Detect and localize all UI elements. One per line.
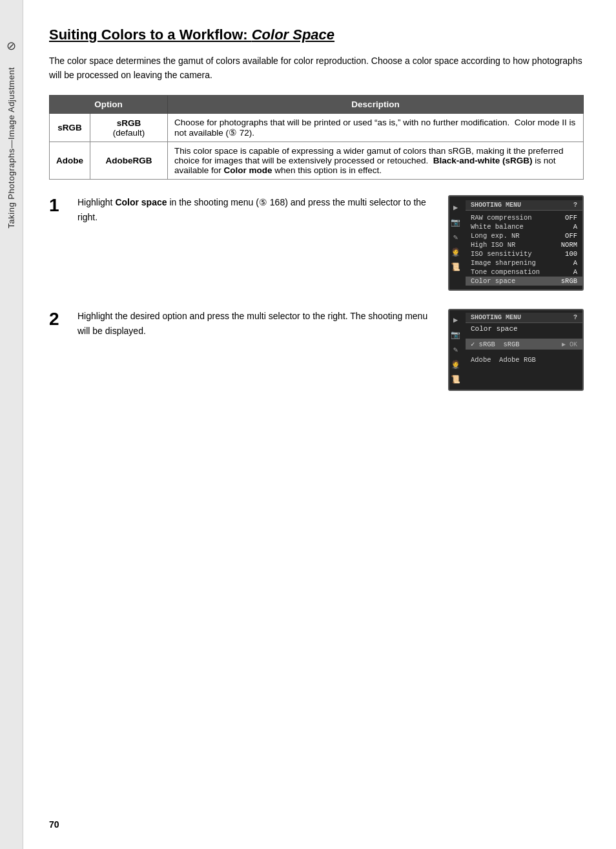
row1-short: sRGB <box>50 114 90 142</box>
screen-row: High ISO NRNORM <box>466 240 582 249</box>
screen-row: White balanceA <box>466 222 582 231</box>
screen-1-header: SHOOTING MENU ? <box>466 200 582 211</box>
screen-2-header: SHOOTING MENU ? <box>466 313 582 323</box>
camera-screen-2: ▶ 📷 ✎ 🤵 📜 SHOOTING MENU ? Color space <box>448 309 584 391</box>
step-1-number: 1 <box>49 196 65 215</box>
screen-row: RAW compressionOFF <box>466 213 582 222</box>
screen-2-row-srgb: ✓ sRGB sRGB ▶ OK <box>466 339 582 350</box>
camera-screen-1: ▶ 📷 ✎ 🤵 📜 SHOOTING MENU ? RAW compressio… <box>448 195 584 291</box>
screen-2-subtitle: Color space <box>466 323 582 335</box>
page-title: Suiting Colors to a Workflow: Color Spac… <box>49 26 584 45</box>
row2-short: Adobe <box>50 142 90 180</box>
row1-option: sRGB (default) <box>90 114 168 142</box>
option-header: Option <box>50 96 168 114</box>
screen-row: Image sharpeningA <box>466 258 582 267</box>
row1-desc: Choose for photographs that will be prin… <box>168 114 584 142</box>
sidebar: ⊘ Taking Photographs—Image Adjustment <box>0 0 23 849</box>
screen-row: ISO sensitivity100 <box>466 249 582 258</box>
options-table: Option Description sRGB sRGB (default) C… <box>49 95 584 180</box>
step-2: 2 Highlight the desired option and press… <box>49 309 584 391</box>
screen-row: Tone compensationA <box>466 267 582 277</box>
step-1-text: Highlight Color space in the shooting me… <box>77 195 435 224</box>
table-row: sRGB sRGB (default) Choose for photograp… <box>50 114 584 142</box>
title-text: Suiting Colors to a Workflow: <box>49 26 252 43</box>
screen-row: Long exp. NROFF <box>466 231 582 240</box>
step-2-screen: ▶ 📷 ✎ 🤵 📜 SHOOTING MENU ? Color space <box>448 309 584 391</box>
intro-paragraph: The color space determines the gamut of … <box>49 54 584 83</box>
row2-desc: This color space is capable of expressin… <box>168 142 584 180</box>
description-header: Description <box>168 96 584 114</box>
screen-icons-2: ▶ 📷 ✎ 🤵 📜 <box>449 313 462 387</box>
step-1: 1 Highlight Color space in the shooting … <box>49 195 584 291</box>
main-content: Suiting Colors to a Workflow: Color Spac… <box>23 0 616 849</box>
table-row: Adobe AdobeRGB This color space is capab… <box>50 142 584 180</box>
screen-icons: ▶ 📷 ✎ 🤵 📜 <box>449 200 462 286</box>
row2-option: AdobeRGB <box>90 142 168 180</box>
sidebar-icon: ⊘ <box>6 39 16 53</box>
screen-2-row-adobe: Adobe Adobe RGB <box>466 355 582 365</box>
sidebar-label: Taking Photographs—Image Adjustment <box>6 67 16 228</box>
step-2-text: Highlight the desired option and press t… <box>77 309 435 338</box>
page-number: 70 <box>49 819 59 830</box>
title-italic: Color Space <box>252 26 334 43</box>
step-1-screen: ▶ 📷 ✎ 🤵 📜 SHOOTING MENU ? RAW compressio… <box>448 195 584 291</box>
screen-row-highlighted: Color spacesRGB <box>466 277 582 286</box>
step-2-number: 2 <box>49 310 65 328</box>
